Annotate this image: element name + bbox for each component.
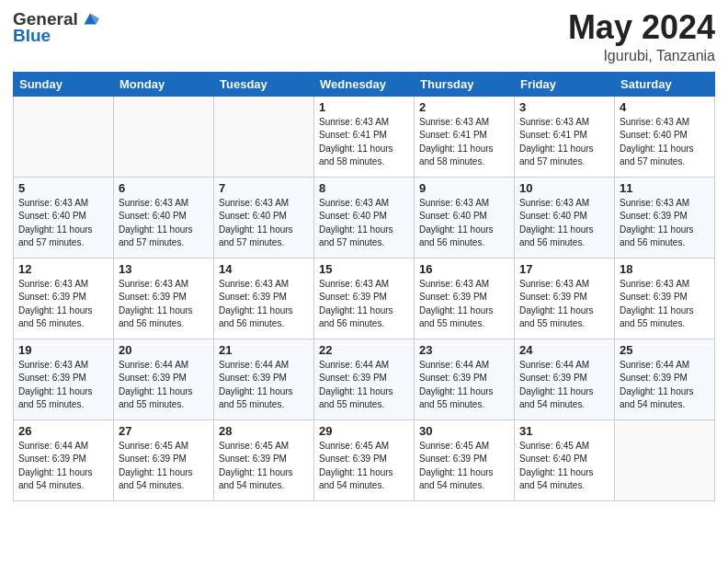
sunset-text: Sunset: 6:40 PM <box>219 211 287 221</box>
daylight-text: Daylight: 11 hours and 58 minutes. <box>419 144 494 167</box>
sunset-text: Sunset: 6:40 PM <box>319 211 387 221</box>
calendar-header-row: Sunday Monday Tuesday Wednesday Thursday… <box>14 72 715 96</box>
day-info: Sunrise: 6:44 AMSunset: 6:39 PMDaylight:… <box>419 359 509 412</box>
table-row: 21Sunrise: 6:44 AMSunset: 6:39 PMDayligh… <box>214 339 314 419</box>
table-row: 15Sunrise: 6:43 AMSunset: 6:39 PMDayligh… <box>314 258 415 339</box>
header-sunday: Sunday <box>14 72 114 96</box>
day-number: 16 <box>419 262 509 276</box>
day-info: Sunrise: 6:44 AMSunset: 6:39 PMDaylight:… <box>219 359 309 412</box>
table-row: 16Sunrise: 6:43 AMSunset: 6:39 PMDayligh… <box>415 258 515 339</box>
daylight-text: Daylight: 11 hours and 56 minutes. <box>319 305 393 329</box>
sunset-text: Sunset: 6:41 PM <box>319 130 387 140</box>
sunrise-text: Sunrise: 6:43 AM <box>219 279 289 289</box>
sunset-text: Sunset: 6:39 PM <box>519 373 587 383</box>
table-row: 25Sunrise: 6:44 AMSunset: 6:39 PMDayligh… <box>615 339 715 419</box>
sunrise-text: Sunrise: 6:43 AM <box>519 279 589 289</box>
day-info: Sunrise: 6:43 AMSunset: 6:41 PMDaylight:… <box>519 116 609 169</box>
day-info: Sunrise: 6:45 AMSunset: 6:39 PMDaylight:… <box>319 440 409 493</box>
table-row <box>114 96 214 177</box>
daylight-text: Daylight: 11 hours and 54 minutes. <box>319 467 393 491</box>
sunset-text: Sunset: 6:39 PM <box>519 292 587 302</box>
calendar-title: May 2024 <box>568 9 715 46</box>
sunset-text: Sunset: 6:39 PM <box>319 292 387 302</box>
daylight-text: Daylight: 11 hours and 55 minutes. <box>519 305 594 329</box>
table-row: 13Sunrise: 6:43 AMSunset: 6:39 PMDayligh… <box>114 258 214 339</box>
sunrise-text: Sunrise: 6:44 AM <box>219 360 289 370</box>
table-row: 5Sunrise: 6:43 AMSunset: 6:40 PMDaylight… <box>14 177 114 258</box>
calendar-week-row: 5Sunrise: 6:43 AMSunset: 6:40 PMDaylight… <box>14 177 715 258</box>
daylight-text: Daylight: 11 hours and 57 minutes. <box>319 224 393 248</box>
sunrise-text: Sunrise: 6:43 AM <box>419 279 489 289</box>
day-info: Sunrise: 6:43 AMSunset: 6:41 PMDaylight:… <box>419 116 509 169</box>
day-number: 27 <box>119 424 209 438</box>
page-header: General Blue May 2024 Igurubi, Tanzania <box>13 9 715 64</box>
sunrise-text: Sunrise: 6:44 AM <box>519 360 589 370</box>
sunrise-text: Sunrise: 6:43 AM <box>18 198 88 208</box>
day-number: 17 <box>519 262 609 276</box>
day-info: Sunrise: 6:43 AMSunset: 6:39 PMDaylight:… <box>18 278 108 331</box>
table-row: 24Sunrise: 6:44 AMSunset: 6:39 PMDayligh… <box>515 339 615 419</box>
sunset-text: Sunset: 6:39 PM <box>319 454 387 464</box>
sunrise-text: Sunrise: 6:43 AM <box>519 117 589 127</box>
sunrise-text: Sunrise: 6:44 AM <box>620 360 689 370</box>
day-info: Sunrise: 6:45 AMSunset: 6:39 PMDaylight:… <box>119 440 209 493</box>
day-info: Sunrise: 6:45 AMSunset: 6:39 PMDaylight:… <box>419 440 509 493</box>
table-row: 4Sunrise: 6:43 AMSunset: 6:40 PMDaylight… <box>615 96 715 177</box>
sunset-text: Sunset: 6:40 PM <box>119 211 187 221</box>
day-number: 25 <box>620 343 710 357</box>
sunset-text: Sunset: 6:40 PM <box>519 211 587 221</box>
daylight-text: Daylight: 11 hours and 56 minutes. <box>519 224 594 248</box>
header-saturday: Saturday <box>615 72 715 96</box>
day-number: 22 <box>319 343 409 357</box>
day-info: Sunrise: 6:43 AMSunset: 6:40 PMDaylight:… <box>119 197 209 250</box>
daylight-text: Daylight: 11 hours and 54 minutes. <box>620 386 694 410</box>
sunrise-text: Sunrise: 6:44 AM <box>319 360 389 370</box>
day-number: 29 <box>319 424 409 438</box>
sunrise-text: Sunrise: 6:43 AM <box>18 279 88 289</box>
day-info: Sunrise: 6:44 AMSunset: 6:39 PMDaylight:… <box>18 440 108 493</box>
sunset-text: Sunset: 6:40 PM <box>18 211 86 221</box>
table-row <box>214 96 314 177</box>
table-row: 19Sunrise: 6:43 AMSunset: 6:39 PMDayligh… <box>14 339 114 419</box>
sunset-text: Sunset: 6:39 PM <box>219 373 287 383</box>
sunrise-text: Sunrise: 6:45 AM <box>519 441 589 451</box>
day-number: 1 <box>319 100 409 114</box>
header-friday: Friday <box>515 72 615 96</box>
table-row: 9Sunrise: 6:43 AMSunset: 6:40 PMDaylight… <box>415 177 515 258</box>
day-info: Sunrise: 6:43 AMSunset: 6:39 PMDaylight:… <box>119 278 209 331</box>
day-info: Sunrise: 6:43 AMSunset: 6:40 PMDaylight:… <box>519 197 609 250</box>
sunset-text: Sunset: 6:39 PM <box>18 373 86 383</box>
day-info: Sunrise: 6:44 AMSunset: 6:39 PMDaylight:… <box>119 359 209 412</box>
day-number: 4 <box>620 100 710 114</box>
table-row <box>615 419 715 500</box>
day-number: 9 <box>419 181 509 195</box>
sunset-text: Sunset: 6:39 PM <box>419 373 487 383</box>
sunrise-text: Sunrise: 6:43 AM <box>119 198 188 208</box>
calendar-week-row: 19Sunrise: 6:43 AMSunset: 6:39 PMDayligh… <box>14 339 715 419</box>
header-thursday: Thursday <box>415 72 515 96</box>
daylight-text: Daylight: 11 hours and 57 minutes. <box>119 224 193 248</box>
table-row: 22Sunrise: 6:44 AMSunset: 6:39 PMDayligh… <box>314 339 415 419</box>
logo-text: General Blue <box>13 9 100 46</box>
sunrise-text: Sunrise: 6:43 AM <box>219 198 289 208</box>
day-info: Sunrise: 6:43 AMSunset: 6:40 PMDaylight:… <box>18 197 108 250</box>
table-row: 28Sunrise: 6:45 AMSunset: 6:39 PMDayligh… <box>214 419 314 500</box>
calendar-week-row: 12Sunrise: 6:43 AMSunset: 6:39 PMDayligh… <box>14 258 715 339</box>
day-info: Sunrise: 6:43 AMSunset: 6:39 PMDaylight:… <box>319 278 409 331</box>
sunrise-text: Sunrise: 6:43 AM <box>119 279 188 289</box>
calendar-week-row: 26Sunrise: 6:44 AMSunset: 6:39 PMDayligh… <box>14 419 715 500</box>
sunrise-text: Sunrise: 6:43 AM <box>620 117 689 127</box>
table-row: 26Sunrise: 6:44 AMSunset: 6:39 PMDayligh… <box>14 419 114 500</box>
table-row: 12Sunrise: 6:43 AMSunset: 6:39 PMDayligh… <box>14 258 114 339</box>
day-info: Sunrise: 6:43 AMSunset: 6:39 PMDaylight:… <box>519 278 609 331</box>
sunset-text: Sunset: 6:39 PM <box>18 292 86 302</box>
day-info: Sunrise: 6:43 AMSunset: 6:40 PMDaylight:… <box>219 197 309 250</box>
daylight-text: Daylight: 11 hours and 54 minutes. <box>419 467 494 491</box>
sunset-text: Sunset: 6:40 PM <box>620 130 688 140</box>
sunrise-text: Sunrise: 6:45 AM <box>419 441 489 451</box>
day-number: 24 <box>519 343 609 357</box>
table-row: 27Sunrise: 6:45 AMSunset: 6:39 PMDayligh… <box>114 419 214 500</box>
day-info: Sunrise: 6:43 AMSunset: 6:40 PMDaylight:… <box>620 116 710 169</box>
daylight-text: Daylight: 11 hours and 54 minutes. <box>519 386 594 410</box>
header-tuesday: Tuesday <box>214 72 314 96</box>
